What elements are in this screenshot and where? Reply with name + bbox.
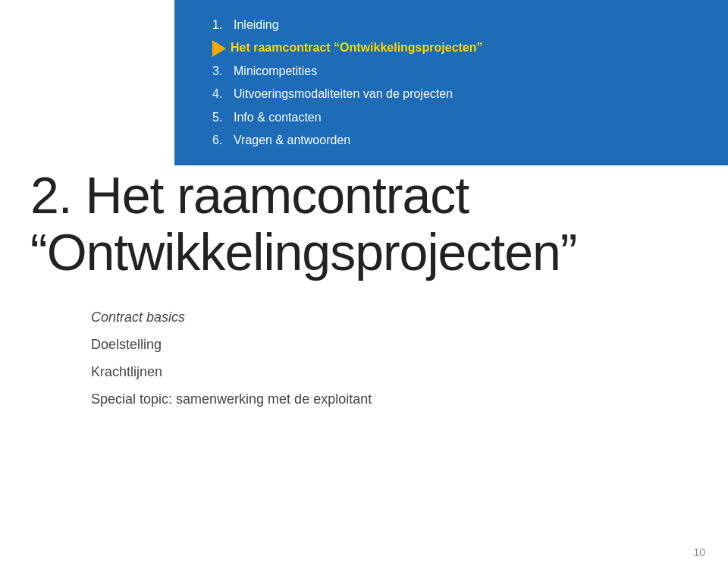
menu-item-4[interactable]: 4.Uitvoeringsmodaliteiten van de project… <box>212 83 705 105</box>
main-content: 2. Het raamcontract “Ontwikkelingsprojec… <box>30 167 698 539</box>
menu-item-num: 1. <box>212 14 234 36</box>
menu-item-label: Uitvoeringsmodaliteiten van de projecten <box>234 83 453 105</box>
sub-item-4: Special topic: samenwerking met de explo… <box>91 385 698 413</box>
menu-item-label: Minicompetities <box>234 60 317 83</box>
menu-item-num: 3. <box>212 60 234 83</box>
menu-panel: 1.Inleiding2.Het raamcontract “Ontwikkel… <box>174 0 728 165</box>
menu-item-1[interactable]: 1.Inleiding <box>212 14 705 36</box>
menu-item-label: Het raamcontract “Ontwikkelingsprojecten… <box>231 36 483 59</box>
sub-item-3: Krachtlijnen <box>91 358 698 385</box>
menu-item-label: Inleiding <box>234 14 279 36</box>
menu-item-num: 5. <box>212 106 234 129</box>
menu-list: 1.Inleiding2.Het raamcontract “Ontwikkel… <box>212 14 705 152</box>
sub-item-1: Contract basics <box>91 303 698 331</box>
menu-item-5[interactable]: 5.Info & contacten <box>212 106 705 129</box>
slide-container: 1.Inleiding2.Het raamcontract “Ontwikkel… <box>0 0 728 569</box>
arrow-icon <box>212 40 226 57</box>
menu-item-6[interactable]: 6.Vragen & antwoorden <box>212 129 705 152</box>
menu-item-num: 4. <box>212 83 234 105</box>
sub-item-2: Doelstelling <box>91 331 698 358</box>
section-title: 2. Het raamcontract “Ontwikkelingsprojec… <box>30 167 698 281</box>
menu-item-label: Vragen & antwoorden <box>234 129 350 152</box>
page-number: 10 <box>693 546 705 558</box>
menu-item-num: 6. <box>212 129 234 152</box>
sub-list: Contract basicsDoelstellingKrachtlijnenS… <box>30 303 698 413</box>
title-line2: “Ontwikkelingsprojecten” <box>30 223 577 281</box>
menu-item-2[interactable]: 2.Het raamcontract “Ontwikkelingsproject… <box>212 36 705 59</box>
title-line1: 2. Het raamcontract <box>30 166 469 224</box>
menu-item-label: Info & contacten <box>234 106 322 129</box>
menu-item-3[interactable]: 3.Minicompetities <box>212 60 705 83</box>
